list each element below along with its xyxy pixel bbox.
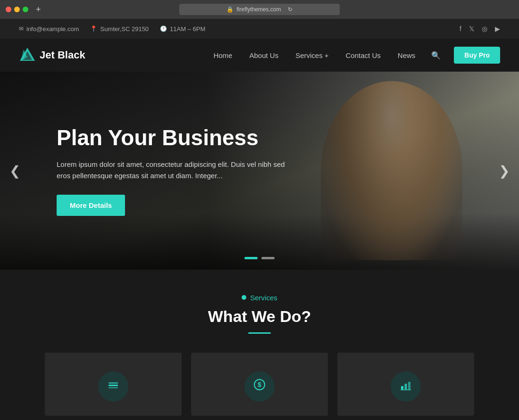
svg-rect-10 xyxy=(408,382,410,389)
services-label: Services xyxy=(242,294,277,302)
minimize-button-dot[interactable] xyxy=(14,7,20,12)
browser-window-controls xyxy=(6,7,28,12)
money-icon: $ xyxy=(253,378,266,395)
layers-icon xyxy=(107,378,120,395)
main-nav: Home About Us Services + Contact Us News… xyxy=(207,47,500,64)
nav-services[interactable]: Services + xyxy=(289,48,335,63)
hours-info: 🕐 11AM – 6PM xyxy=(160,25,205,33)
services-section: Services What We Do? xyxy=(0,270,519,420)
service-icon-circle-1 xyxy=(98,371,128,402)
maximize-button-dot[interactable] xyxy=(23,7,28,12)
logo-text: Jet Black xyxy=(40,49,85,61)
youtube-icon[interactable]: ▶ xyxy=(495,25,500,33)
url-text: fireflythemes.com xyxy=(236,6,281,13)
svg-rect-9 xyxy=(405,384,407,389)
logo[interactable]: Jet Black xyxy=(19,47,85,64)
clock-icon: 🕐 xyxy=(160,25,167,32)
hero-description: Lorem ipsum dolor sit amet, consectetur … xyxy=(57,159,293,181)
service-card-2: $ xyxy=(191,353,328,416)
hours-text: 11AM – 6PM xyxy=(170,25,205,33)
hero-slider: Plan Your Business Lorem ipsum dolor sit… xyxy=(0,72,519,270)
twitter-icon[interactable]: 𝕏 xyxy=(469,25,474,33)
nav-home[interactable]: Home xyxy=(207,48,239,63)
location-info: 📍 Sumter,SC 29150 xyxy=(90,25,149,33)
services-title: What We Do? xyxy=(19,307,500,326)
slider-dot-2[interactable] xyxy=(261,257,275,259)
service-cards-container: $ xyxy=(19,353,500,416)
svg-rect-4 xyxy=(109,382,118,384)
url-bar[interactable]: 🔒 fireflythemes.com ↻ xyxy=(179,4,340,15)
slider-dots xyxy=(244,257,275,259)
close-button-dot[interactable] xyxy=(6,7,11,12)
header: Jet Black Home About Us Services + Conta… xyxy=(0,39,519,72)
chart-icon xyxy=(399,378,412,395)
browser-chrome: 🔒 fireflythemes.com ↻ + xyxy=(0,0,519,19)
top-bar-left: ✉ info@example.com 📍 Sumter,SC 29150 🕐 1… xyxy=(19,25,205,33)
service-card-1 xyxy=(45,353,182,416)
refresh-icon[interactable]: ↻ xyxy=(288,6,293,13)
buy-pro-button[interactable]: Buy Pro xyxy=(454,47,500,64)
location-icon: 📍 xyxy=(90,25,97,32)
nav-contact[interactable]: Contact Us xyxy=(339,48,387,63)
svg-text:$: $ xyxy=(258,381,261,388)
svg-rect-8 xyxy=(401,386,403,389)
service-icon-circle-2: $ xyxy=(244,371,275,402)
email-icon: ✉ xyxy=(19,25,24,32)
hero-content: Plan Your Business Lorem ipsum dolor sit… xyxy=(57,125,293,216)
instagram-icon[interactable]: ◎ xyxy=(482,25,487,33)
nav-about[interactable]: About Us xyxy=(243,48,285,63)
location-text: Sumter,SC 29150 xyxy=(100,25,149,33)
slider-next-button[interactable]: ❯ xyxy=(499,163,510,179)
service-card-3 xyxy=(337,353,474,416)
new-tab-button[interactable]: + xyxy=(36,5,41,15)
service-icon-circle-3 xyxy=(391,371,421,402)
svg-rect-5 xyxy=(109,387,118,388)
services-label-text: Services xyxy=(250,294,277,302)
lock-icon: 🔒 xyxy=(226,6,234,13)
slider-prev-button[interactable]: ❮ xyxy=(9,163,20,179)
facebook-icon[interactable]: f xyxy=(460,25,461,33)
more-details-button[interactable]: More Details xyxy=(57,195,125,216)
slider-dot-1[interactable] xyxy=(244,257,258,259)
services-dot-icon xyxy=(242,295,246,300)
services-underline xyxy=(248,332,271,334)
search-icon[interactable]: 🔍 xyxy=(426,47,446,64)
social-links: f 𝕏 ◎ ▶ xyxy=(460,25,500,33)
top-bar: ✉ info@example.com 📍 Sumter,SC 29150 🕐 1… xyxy=(0,19,519,39)
nav-news[interactable]: News xyxy=(391,48,422,63)
email-text: info@example.com xyxy=(26,25,79,33)
hero-title: Plan Your Business xyxy=(57,125,293,150)
email-info: ✉ info@example.com xyxy=(19,25,79,33)
svg-rect-3 xyxy=(109,385,118,386)
logo-icon xyxy=(19,47,36,64)
